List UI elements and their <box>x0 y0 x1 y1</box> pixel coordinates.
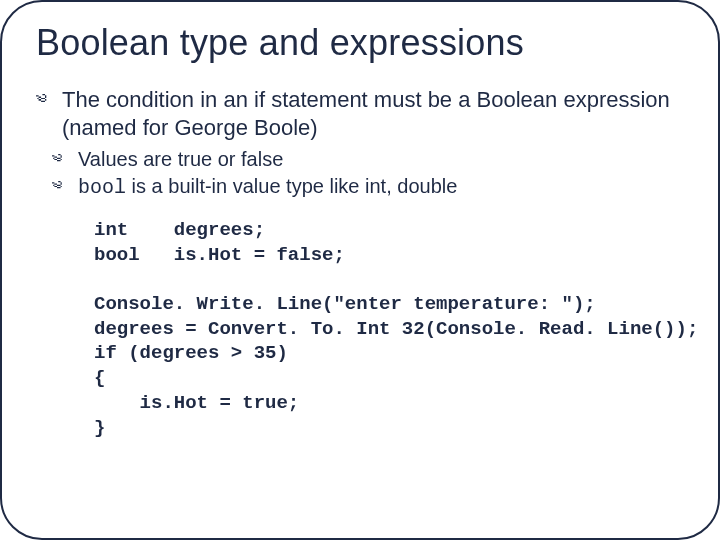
bullet-icon: ༄ <box>36 87 46 113</box>
bullet-icon: ༄ <box>52 175 62 199</box>
slide-title: Boolean type and expressions <box>36 22 690 64</box>
bullet-text: Values are true or false <box>78 148 283 170</box>
bullet-level2: ༄ Values are true or false <box>52 147 690 172</box>
slide-frame: Boolean type and expressions ༄ The condi… <box>0 0 720 540</box>
bullet-text: The condition in an if statement must be… <box>62 87 670 140</box>
bullet-level2: ༄ bool is a built-in value type like int… <box>52 174 690 200</box>
bullet-code-token: bool <box>78 176 126 199</box>
code-block: int degrees; bool is.Hot = false; Consol… <box>94 218 690 440</box>
bullet-level1: ༄ The condition in an if statement must … <box>36 86 690 141</box>
bullet-text: is a built-in value type like int, doubl… <box>126 175 457 197</box>
bullet-icon: ༄ <box>52 148 62 172</box>
